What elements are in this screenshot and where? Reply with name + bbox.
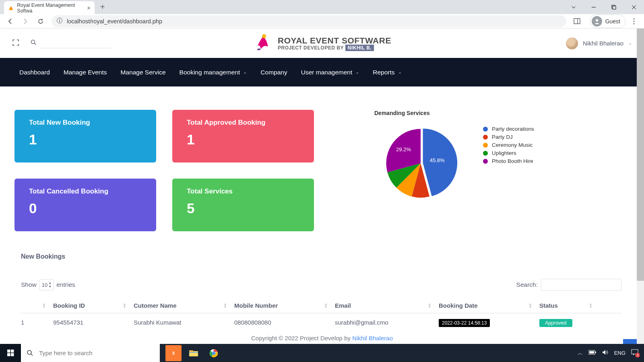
tray-volume-icon[interactable] [602, 350, 609, 356]
kebab-menu-icon[interactable] [627, 18, 641, 25]
sort-icon: ▲▼ [428, 303, 431, 309]
fullscreen-icon[interactable] [12, 39, 19, 48]
pie-chart: 45.8% 29.2% [382, 125, 459, 202]
new-tab-button[interactable]: + [95, 2, 111, 12]
search-icon[interactable] [31, 39, 37, 47]
sort-icon: ▲▼ [123, 303, 126, 309]
svg-point-14 [31, 40, 35, 44]
maximize-button[interactable] [604, 0, 624, 14]
th-mobile[interactable]: Mobile Number▲▼ [234, 302, 335, 309]
th-index[interactable]: ▲▼ [21, 302, 53, 309]
footer-author-link[interactable]: Nikhil Bhalerao [352, 335, 393, 341]
nav-reports[interactable]: Reports⌄ [373, 69, 401, 76]
guest-avatar-icon [592, 16, 602, 27]
svg-rect-18 [11, 350, 14, 353]
sort-icon: ▲▼ [324, 303, 328, 309]
brand-logo: ROYAL EVENT SOFTWARE PROJECT DEVELOPED B… [253, 33, 391, 54]
minimize-button[interactable] [584, 0, 604, 14]
taskbar-xampp-icon[interactable]: X [165, 345, 182, 361]
browser-tab[interactable]: Royal Event Management Softwa × [4, 1, 95, 14]
taskbar-chrome-icon[interactable] [206, 345, 222, 361]
stat-new-booking[interactable]: Total New Booking 1 [14, 110, 156, 162]
th-status[interactable]: Status▲▼ [539, 302, 600, 309]
legend-item[interactable]: Photo Booth Hire [483, 158, 534, 164]
svg-line-15 [35, 43, 36, 45]
tray-notifications-icon[interactable]: 3 [631, 349, 638, 357]
svg-text:X: X [172, 351, 175, 356]
th-booking-date[interactable]: Booking Date▲▼ [439, 302, 539, 309]
th-customer-name[interactable]: Cutomer Name▲▼ [134, 302, 234, 309]
nav-user-management[interactable]: User management⌄ [301, 69, 359, 76]
stat-value: 1 [187, 132, 299, 148]
windows-taskbar: Type here to search X ︿ ENG 3 [0, 344, 644, 362]
entries-select[interactable]: 10▴▾ [39, 279, 54, 290]
nav-dashboard[interactable]: Dashboard [19, 69, 50, 76]
legend-label: Uplighters [492, 150, 516, 156]
nav-booking-management[interactable]: Booking management⌄ [180, 69, 247, 76]
date-badge: 2022-03-22 14:58:13 [439, 319, 490, 327]
address-bar[interactable]: localhost/royal_event/dashboard.php [52, 15, 566, 27]
svg-point-10 [596, 19, 598, 21]
content-area: Total New Booking 1 Total Cancelled Book… [0, 86, 644, 344]
tray-battery-icon[interactable] [588, 350, 597, 356]
guest-label: Guest [605, 18, 620, 25]
sort-icon: ▲▼ [589, 303, 592, 309]
svg-point-7 [59, 19, 60, 20]
profile-button[interactable]: Guest [590, 14, 625, 28]
sort-icon: ▲▼ [42, 303, 46, 309]
stat-approved-booking[interactable]: Total Approved Booking 1 [172, 110, 314, 162]
user-avatar-icon [566, 37, 578, 49]
taskbar-search[interactable]: Type here to search [21, 344, 160, 362]
forward-button[interactable] [19, 15, 32, 27]
stat-value: 5 [187, 200, 299, 216]
scroll-to-top-button[interactable] [623, 339, 637, 344]
window-controls [564, 0, 644, 14]
svg-rect-19 [7, 353, 10, 356]
close-tab-icon[interactable]: × [87, 4, 91, 11]
legend-label: Ceremony Music [492, 142, 533, 148]
legend-item[interactable]: Party DJ [483, 134, 534, 140]
legend-label: Photo Booth Hire [492, 158, 533, 164]
nav-manage-service[interactable]: Manage Service [121, 69, 166, 76]
site-info-icon[interactable] [56, 17, 63, 25]
legend-item[interactable]: Party decorations [483, 126, 534, 132]
bookings-table: ▲▼ Booking ID▲▼ Cutomer Name▲▼ Mobile Nu… [21, 302, 621, 329]
stat-label: Total New Booking [29, 119, 142, 127]
tabsearch-icon[interactable] [564, 0, 584, 14]
svg-rect-27 [189, 352, 198, 353]
sort-icon: ▲▼ [223, 303, 227, 309]
logo-icon [253, 33, 274, 54]
system-tray: ︿ ENG 3 [578, 349, 644, 357]
legend-color-icon [483, 127, 488, 132]
stat-total-services[interactable]: Total Services 5 [172, 179, 314, 231]
main-nav: Dashboard Manage Events Manage Service B… [0, 58, 644, 86]
reload-button[interactable] [34, 15, 47, 27]
user-menu[interactable]: Nikhil Bhalerao ⌄ [566, 37, 632, 49]
chevron-down-icon: ⌄ [398, 70, 402, 75]
taskbar-explorer-icon[interactable] [186, 345, 202, 361]
back-button[interactable] [3, 15, 17, 27]
taskbar-search-placeholder: Type here to search [39, 350, 93, 356]
side-panel-icon[interactable] [570, 18, 584, 25]
nav-company[interactable]: Company [260, 69, 287, 76]
chart-title: Demanding Services [374, 110, 559, 116]
chart-legend: Party decorationsParty DJCeremony MusicU… [483, 126, 534, 164]
cell-email: surabhi@gmail.cmo [335, 319, 439, 327]
th-booking-id[interactable]: Booking ID▲▼ [53, 302, 134, 309]
legend-item[interactable]: Uplighters [483, 150, 534, 156]
close-window-button[interactable] [624, 0, 644, 14]
table-row[interactable]: 1 954554731 Surabhi Kumawat 08080808080 … [21, 313, 621, 329]
start-button[interactable] [0, 344, 21, 362]
nav-manage-events[interactable]: Manage Events [64, 69, 107, 76]
svg-line-22 [31, 354, 33, 356]
legend-item[interactable]: Ceremony Music [483, 142, 534, 148]
tray-language[interactable]: ENG [614, 350, 625, 356]
table-controls: Show 10▴▾ entries Search: [21, 279, 621, 291]
table-search-input[interactable] [541, 279, 621, 291]
th-email[interactable]: Email▲▼ [335, 302, 439, 309]
user-name: Nikhil Bhalerao [583, 40, 623, 47]
stat-value: 0 [29, 200, 142, 216]
tray-chevron-up-icon[interactable]: ︿ [578, 350, 583, 357]
stat-cancelled-booking[interactable]: Total Cancelled Booking 0 [14, 179, 156, 231]
header-search-input[interactable] [39, 38, 111, 48]
